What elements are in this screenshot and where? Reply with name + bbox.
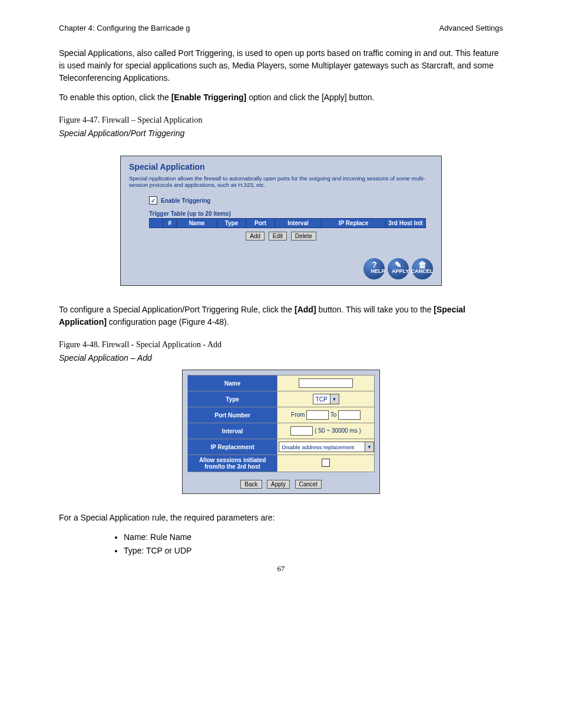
cancel-icon: 🗑 — [412, 261, 433, 268]
row-iprepl-label: IP Replacement — [188, 439, 277, 455]
panel-description: Special Application allows the firewall … — [129, 175, 433, 188]
row-type-value: TCP▼ — [277, 391, 375, 407]
edit-button[interactable]: Edit — [269, 232, 287, 241]
trigger-table: # Name Type Port Interval IP Replace 3rd… — [149, 218, 426, 228]
apply-button[interactable]: ✎APPLY — [388, 258, 409, 279]
help-button[interactable]: ?HELP — [363, 258, 385, 279]
col-type: Type — [217, 219, 246, 228]
row-port-label: Port Number — [188, 407, 277, 423]
row-iprepl-value: Disable address replacement▼ — [277, 439, 375, 455]
post-figure-paragraph: To configure a Special Application/Port … — [59, 304, 503, 328]
header-right: Advanced Settings — [439, 24, 503, 32]
interval-input[interactable] — [290, 426, 313, 436]
row-allow-value — [277, 455, 375, 472]
config-table: Name Type TCP▼ Port Number From To Inter… — [187, 375, 375, 472]
add-button[interactable]: Add — [246, 232, 265, 241]
screenshot-special-application: Special Application Special Application … — [120, 156, 442, 286]
row-allow-label: Allow sessions initiated from/to the 3rd… — [188, 455, 277, 472]
footer-button-row: ?HELP ✎APPLY 🗑CANCEL — [129, 258, 433, 279]
page-number: 67 — [59, 564, 503, 574]
enable-triggering-label: Enable Triggering — [161, 197, 210, 204]
chevron-down-icon: ▼ — [365, 442, 373, 452]
parameter-list: Name: Rule Name Type: TCP or UDP — [59, 531, 503, 557]
type-select[interactable]: TCP▼ — [313, 394, 339, 404]
help-icon: ? — [363, 261, 385, 268]
col-3rd-host-init: 3rd Host Init — [386, 219, 426, 228]
cancel-button[interactable]: 🗑CANCEL — [412, 258, 433, 279]
trigger-table-caption: Trigger Table (up to 20 items) — [149, 210, 433, 217]
port-from-input[interactable] — [306, 410, 329, 420]
col-index: # — [163, 219, 177, 228]
back-button[interactable]: Back — [240, 480, 262, 489]
chevron-down-icon: ▼ — [330, 394, 339, 404]
row-name-value — [277, 375, 375, 391]
enable-triggering-row: ✓ Enable Triggering — [149, 196, 433, 205]
cancel-button-dialog[interactable]: Cancel — [295, 480, 322, 489]
name-input[interactable] — [299, 378, 353, 388]
col-name: Name — [177, 219, 217, 228]
apply-button-dialog[interactable]: Apply — [267, 480, 290, 489]
col-interval: Interval — [275, 219, 322, 228]
dialog-button-row: Back Apply Cancel — [187, 478, 375, 489]
ip-replacement-select[interactable]: Disable address replacement▼ — [279, 442, 374, 452]
figure-1-subtitle: Special Application/Port Triggering — [59, 129, 503, 138]
figure-2-caption: Figure 4-48. Firewall - Special Applicat… — [59, 340, 503, 350]
page-header: Chapter 4: Configuring the Barricade g A… — [59, 24, 503, 32]
col-ip-replace: IP Replace — [322, 219, 386, 228]
port-to-input[interactable] — [338, 410, 361, 420]
figure-1-caption: Figure 4-47. Firewall – Special Applicat… — [59, 116, 503, 125]
list-item: Type: TCP or UDP — [124, 545, 503, 557]
allow-3rd-host-checkbox[interactable] — [322, 459, 330, 467]
enable-triggering-checkbox[interactable]: ✓ — [149, 196, 157, 205]
panel-title: Special Application — [129, 162, 433, 172]
row-port-value: From To — [277, 407, 375, 423]
row-name-label: Name — [188, 375, 277, 391]
row-interval-label: Interval — [188, 423, 277, 439]
header-left: Chapter 4: Configuring the Barricade g — [59, 24, 190, 32]
screenshot-add-dialog: Name Type TCP▼ Port Number From To Inter… — [182, 370, 380, 494]
figure-2-subtitle: Special Application – Add — [59, 353, 503, 363]
intro-paragraph-1: Special Applications, also called Port T… — [59, 47, 503, 84]
intro-paragraph-2: To enable this option, click the [Enable… — [59, 91, 503, 104]
col-port: Port — [246, 219, 275, 228]
rule-params-intro: For a Special Application rule, the requ… — [59, 512, 503, 524]
delete-button[interactable]: Delete — [291, 232, 316, 241]
apply-icon: ✎ — [388, 261, 409, 268]
row-interval-value: ( 50 ~ 30000 ms ) — [277, 423, 375, 439]
table-button-row: Add Edit Delete — [129, 232, 433, 241]
row-type-label: Type — [188, 391, 277, 407]
list-item: Name: Rule Name — [124, 531, 503, 543]
col-select — [150, 219, 163, 228]
